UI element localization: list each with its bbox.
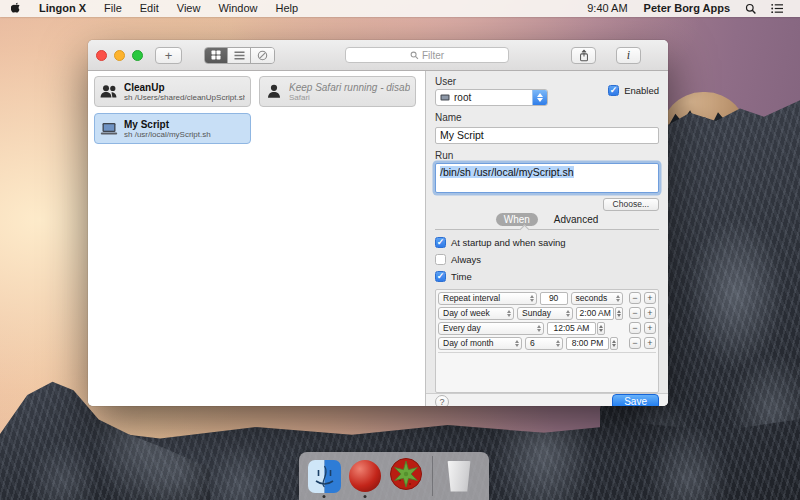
save-button[interactable]: Save <box>612 394 659 407</box>
filter-search-field[interactable]: Filter <box>345 47 509 63</box>
time-row-0: Repeat interval90seconds−+ <box>438 292 656 305</box>
spotlight-search-icon[interactable] <box>738 3 764 15</box>
tab-advanced[interactable]: Advanced <box>554 214 598 225</box>
name-label: Name <box>435 112 659 123</box>
time-stepper-field[interactable]: 12:05 AM <box>547 322 605 335</box>
dock-item-lingon-app[interactable] <box>348 456 382 496</box>
expert-view-button[interactable] <box>251 48 274 63</box>
enabled-checkbox[interactable]: ✓ <box>608 85 619 96</box>
menu-item-file[interactable]: File <box>95 0 131 17</box>
help-button[interactable]: ? <box>435 395 449 407</box>
name-field[interactable] <box>435 127 659 144</box>
computer-icon <box>440 94 450 102</box>
job-subtitle: sh /usr/local/myScript.sh <box>124 130 211 139</box>
remove-row-button[interactable]: − <box>629 307 641 319</box>
menu-item-help[interactable]: Help <box>267 0 308 17</box>
apple-menu-icon[interactable] <box>9 2 30 15</box>
enabled-checkbox-row[interactable]: ✓ Enabled <box>608 85 659 96</box>
dock-item-trash[interactable] <box>442 456 476 496</box>
mini-select[interactable]: Repeat interval <box>438 292 537 305</box>
checkbox-row-always[interactable]: Always <box>435 254 659 265</box>
menu-item-edit[interactable]: Edit <box>131 0 168 17</box>
job-title: CleanUp <box>124 82 245 93</box>
run-field[interactable]: /bin/sh /usr/local/myScript.sh <box>435 163 659 193</box>
zoom-button[interactable] <box>132 50 143 61</box>
add-row-button[interactable]: + <box>644 307 656 319</box>
job-title: My Script <box>124 119 211 130</box>
time-schedule-box: Repeat interval90seconds−+Day of weekSun… <box>435 289 659 393</box>
mini-select[interactable]: 6 <box>525 337 563 350</box>
dock-item-finder[interactable] <box>307 456 341 496</box>
close-button[interactable] <box>96 50 107 61</box>
stepper-arrows-icon <box>597 322 605 335</box>
remove-row-button[interactable]: − <box>629 322 641 334</box>
lingon-x-window: + Filter i CleanUpsh /Users/shared/clean… <box>88 40 668 406</box>
running-indicator <box>323 495 326 498</box>
grid-view-button[interactable] <box>205 48 228 63</box>
job-card-keep-safari-running-disabled[interactable]: Keep Safari running - disabledSafari <box>259 76 416 107</box>
checkbox-label: Time <box>451 271 472 282</box>
checkbox[interactable] <box>435 254 446 265</box>
view-mode-segmented-control <box>204 47 275 64</box>
minimize-button[interactable] <box>114 50 125 61</box>
mini-select[interactable]: seconds <box>571 292 623 305</box>
user-icon <box>267 84 281 99</box>
job-list: CleanUpsh /Users/shared/cleanUpScript.sh… <box>88 71 425 406</box>
time-stepper-field[interactable]: 8:00 PM <box>566 337 618 350</box>
menu-bar: Lingon XFileEditViewWindowHelp 9:40 AM P… <box>0 0 800 17</box>
menu-item-view[interactable]: View <box>168 0 210 17</box>
choose-button[interactable]: Choose... <box>603 198 659 211</box>
select-arrows-icon <box>556 340 560 347</box>
lingonberry-icon <box>389 457 423 495</box>
user-popup[interactable]: root <box>435 89 548 106</box>
select-arrows-icon <box>566 310 570 317</box>
share-icon <box>578 49 590 62</box>
value-input[interactable]: 90 <box>540 292 568 305</box>
mini-select[interactable]: Every day <box>438 322 544 335</box>
select-arrows-icon <box>507 310 511 317</box>
laptop-icon <box>100 122 118 136</box>
time-row-2: Every day12:05 AM−+ <box>438 322 656 335</box>
checkbox-row-time[interactable]: ✓Time <box>435 271 659 282</box>
when-advanced-tabs: When Advanced <box>435 211 659 230</box>
select-arrows-icon <box>616 295 620 302</box>
notification-center-icon[interactable] <box>764 3 791 14</box>
remove-row-button[interactable]: − <box>629 292 641 304</box>
enabled-label: Enabled <box>624 85 659 96</box>
menu-item-lingon-x[interactable]: Lingon X <box>30 0 95 17</box>
select-arrows-icon <box>537 325 541 332</box>
job-card-my-script[interactable]: My Scriptsh /usr/local/myScript.sh <box>94 113 251 144</box>
menu-item-window[interactable]: Window <box>209 0 266 17</box>
user-label: User <box>435 76 548 87</box>
add-job-button[interactable]: + <box>155 47 182 64</box>
checkbox[interactable]: ✓ <box>435 237 446 248</box>
finder-icon <box>308 460 341 493</box>
users-icon <box>100 84 118 99</box>
remove-row-button[interactable]: − <box>629 337 641 349</box>
time-stepper-field[interactable]: 2:00 AM <box>576 307 623 320</box>
tab-when[interactable]: When <box>496 213 538 226</box>
mini-select[interactable]: Day of week <box>438 307 514 320</box>
list-view-button[interactable] <box>228 48 251 63</box>
stepper-arrows-icon <box>610 337 618 350</box>
menubar-app-title[interactable]: Peter Borg Apps <box>636 0 738 17</box>
menubar-clock: 9:40 AM <box>579 0 635 17</box>
checkbox[interactable]: ✓ <box>435 271 446 282</box>
time-row-1: Day of weekSunday2:00 AM−+ <box>438 307 656 320</box>
popup-arrows-icon <box>532 90 547 105</box>
traffic-lights <box>96 50 143 61</box>
stepper-arrows-icon <box>615 307 623 320</box>
add-row-button[interactable]: + <box>644 337 656 349</box>
share-button[interactable] <box>571 47 596 64</box>
job-card-cleanup[interactable]: CleanUpsh /Users/shared/cleanUpScript.sh <box>94 76 251 107</box>
checkbox-row-at-startup-and-when-saving[interactable]: ✓At startup and when saving <box>435 237 659 248</box>
add-row-button[interactable]: + <box>644 322 656 334</box>
checkbox-label: At startup and when saving <box>451 237 566 248</box>
lingon-x-app-icon <box>349 460 381 492</box>
select-arrows-icon <box>530 295 534 302</box>
mini-select[interactable]: Sunday <box>517 307 573 320</box>
add-row-button[interactable]: + <box>644 292 656 304</box>
dock-item-lingonberry[interactable] <box>389 456 423 496</box>
info-button[interactable]: i <box>616 47 641 64</box>
mini-select[interactable]: Day of month <box>438 337 522 350</box>
